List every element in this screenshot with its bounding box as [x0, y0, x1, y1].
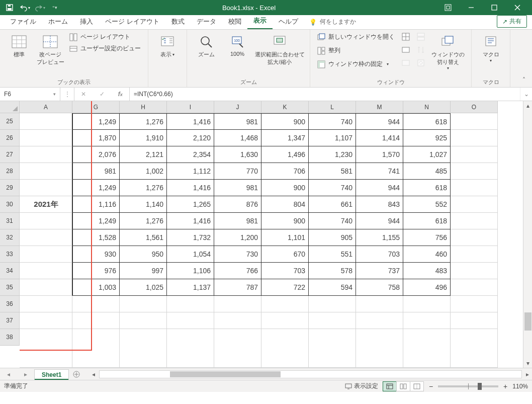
cell[interactable]: 944 — [356, 213, 403, 229]
cell[interactable]: 1,276 — [120, 180, 167, 196]
cell[interactable] — [261, 329, 309, 368]
cell[interactable]: 1,528 — [72, 229, 120, 246]
show-dropdown[interactable]: 表示▾ — [153, 32, 182, 58]
cell[interactable]: 950 — [120, 246, 167, 263]
cell[interactable]: 1,732 — [167, 229, 214, 246]
cell[interactable]: 758 — [356, 279, 403, 296]
zoom-out-button[interactable]: − — [429, 382, 433, 390]
cell[interactable]: 976 — [72, 263, 120, 279]
cell[interactable] — [20, 246, 72, 263]
row-header-29[interactable]: 29 — [0, 180, 20, 196]
row-header-34[interactable]: 34 — [0, 263, 20, 279]
cell[interactable]: 1,107 — [309, 130, 356, 146]
sync-scroll-button[interactable] — [415, 45, 427, 55]
column-header-G[interactable]: G — [72, 101, 120, 113]
expand-formula-bar-icon[interactable]: ⌄ — [520, 88, 532, 101]
cell[interactable]: 552 — [403, 196, 451, 213]
cell[interactable]: 1,249 — [72, 113, 120, 130]
cell[interactable]: 740 — [309, 180, 356, 196]
macro-button[interactable]: マクロ▾ — [477, 32, 505, 63]
cell[interactable]: 703 — [261, 263, 309, 279]
row-header-28[interactable]: 28 — [0, 163, 20, 180]
cell[interactable] — [451, 296, 498, 312]
cell[interactable] — [403, 312, 451, 329]
cell[interactable]: 578 — [309, 263, 356, 279]
cell[interactable]: 1,870 — [72, 130, 120, 146]
tab-home[interactable]: ホーム — [42, 14, 74, 29]
cell[interactable]: 981 — [214, 213, 261, 229]
arrange-button[interactable]: 整列 — [315, 45, 397, 56]
cell[interactable]: 1,416 — [167, 113, 214, 130]
cell[interactable] — [167, 312, 214, 329]
zoom-selection-button[interactable]: 選択範囲に合わせて 拡大/縮小 — [254, 32, 305, 66]
cell[interactable]: 944 — [356, 113, 403, 130]
cell[interactable]: 706 — [261, 163, 309, 180]
cell[interactable] — [451, 279, 498, 296]
function-menu[interactable]: ⋮ — [60, 88, 74, 101]
sheet-nav-left[interactable]: ◂ — [0, 368, 17, 380]
reset-position-button[interactable] — [415, 58, 427, 68]
cell[interactable]: 930 — [72, 246, 120, 263]
switch-windows-button[interactable]: ウィンドウの 切り替え▾ — [430, 32, 466, 70]
sheet-tab-active[interactable]: Sheet1 — [34, 369, 69, 380]
row-header-38[interactable]: 38 — [0, 329, 20, 346]
zoom-level[interactable]: 110% — [512, 383, 528, 390]
cell[interactable] — [309, 329, 356, 368]
cell[interactable] — [356, 312, 403, 329]
column-header-K[interactable]: K — [261, 101, 309, 113]
cell[interactable]: 2,076 — [72, 146, 120, 163]
cell[interactable] — [356, 329, 403, 368]
tab-data[interactable]: データ — [191, 14, 222, 29]
cancel-icon[interactable]: ✕ — [81, 91, 86, 98]
row-header-35[interactable]: 35 — [0, 279, 20, 296]
scroll-up-icon[interactable]: ▴ — [523, 101, 532, 110]
cell[interactable]: 551 — [309, 246, 356, 263]
cell[interactable]: 770 — [214, 163, 261, 180]
cell[interactable]: 1,276 — [120, 213, 167, 229]
cell[interactable] — [451, 163, 498, 180]
cell[interactable]: 925 — [403, 130, 451, 146]
scroll-right-icon[interactable]: ▸ — [523, 370, 532, 379]
cell[interactable]: 485 — [403, 163, 451, 180]
cell[interactable]: 1,249 — [72, 213, 120, 229]
cell[interactable] — [403, 329, 451, 368]
cell[interactable]: 1,200 — [214, 229, 261, 246]
cell[interactable]: 1,265 — [167, 196, 214, 213]
row-header-37[interactable]: 37 — [0, 312, 20, 329]
cell[interactable] — [167, 296, 214, 312]
row-header-25[interactable]: 25 — [0, 113, 20, 130]
maximize-button[interactable] — [483, 0, 506, 15]
cell[interactable] — [309, 312, 356, 329]
row-header-33[interactable]: 33 — [0, 246, 20, 263]
cell[interactable]: 483 — [403, 263, 451, 279]
cell[interactable] — [451, 246, 498, 263]
cell[interactable]: 997 — [120, 263, 167, 279]
cell[interactable] — [451, 113, 498, 130]
side-by-side-button[interactable] — [415, 32, 427, 42]
pagelayout-viewmode-button[interactable] — [396, 381, 410, 391]
custom-views-button[interactable]: ユーザー設定のビュー — [67, 43, 143, 54]
cell[interactable]: 1,570 — [356, 146, 403, 163]
cell[interactable]: 2,121 — [120, 146, 167, 163]
cell[interactable] — [451, 180, 498, 196]
accept-icon[interactable]: ✓ — [100, 91, 105, 98]
cell[interactable] — [120, 329, 167, 368]
cell[interactable] — [309, 296, 356, 312]
pagebreak-viewmode-button[interactable] — [410, 381, 424, 391]
cell[interactable] — [120, 312, 167, 329]
cell[interactable] — [451, 146, 498, 163]
column-header-A[interactable]: A — [20, 101, 72, 113]
cell[interactable] — [451, 213, 498, 229]
cell[interactable] — [20, 213, 72, 229]
cell[interactable]: 981 — [214, 180, 261, 196]
minimize-button[interactable] — [460, 0, 483, 15]
cell[interactable]: 1,468 — [214, 130, 261, 146]
cell[interactable]: 1,910 — [120, 130, 167, 146]
tab-review[interactable]: 校閲 — [222, 14, 247, 29]
ribbon-options-icon[interactable] — [436, 0, 460, 15]
cell[interactable]: 1,276 — [120, 113, 167, 130]
cell[interactable]: 1,025 — [120, 279, 167, 296]
cell[interactable] — [72, 296, 120, 312]
sheet-nav-right[interactable]: ▸ — [17, 368, 34, 380]
cell[interactable]: 2,354 — [167, 146, 214, 163]
